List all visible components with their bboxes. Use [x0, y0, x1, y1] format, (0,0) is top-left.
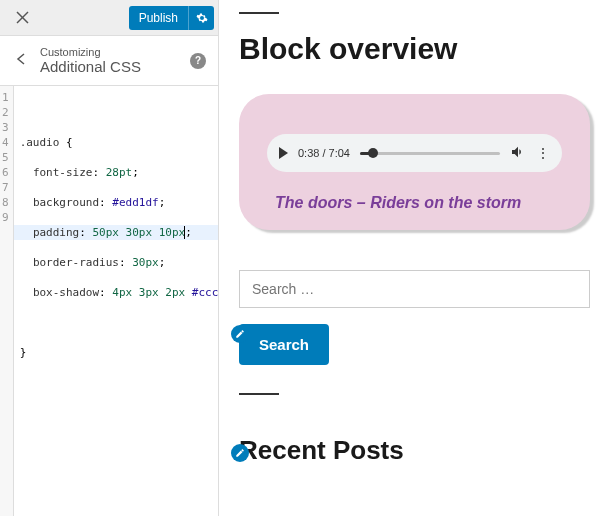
search-button[interactable]: Search	[239, 324, 329, 365]
edit-shortcut-icon[interactable]	[231, 325, 249, 343]
volume-icon[interactable]	[510, 144, 526, 163]
more-icon[interactable]: ⋮	[536, 145, 550, 161]
divider	[239, 12, 279, 14]
search-input[interactable]	[239, 270, 590, 308]
panel-subtitle: Customizing	[40, 46, 180, 58]
help-icon[interactable]: ?	[190, 53, 206, 69]
audio-player[interactable]: 0:38 / 7:04 ⋮	[267, 134, 562, 172]
play-icon[interactable]	[279, 147, 288, 159]
page-title: Block overview	[239, 32, 590, 66]
css-code-editor[interactable]: 1 2 3 4 5 6 7 8 9 .audio { font-size: 28…	[0, 86, 218, 516]
edit-shortcut-icon[interactable]	[231, 444, 249, 462]
back-button[interactable]	[12, 48, 30, 74]
customizer-topbar: Publish	[0, 0, 218, 36]
line-gutter: 1 2 3 4 5 6 7 8 9	[0, 86, 14, 516]
customizer-sidebar: Publish Customizing Additional CSS ? 1 2…	[0, 0, 219, 516]
close-button[interactable]	[4, 0, 40, 36]
panel-header: Customizing Additional CSS ?	[0, 36, 218, 86]
recent-posts-heading: Recent Posts	[239, 435, 590, 466]
audio-time: 0:38 / 7:04	[298, 147, 350, 159]
gear-icon[interactable]	[188, 6, 214, 30]
publish-button[interactable]: Publish	[129, 6, 188, 30]
divider	[239, 393, 279, 395]
live-preview: Block overview 0:38 / 7:04 ⋮ The doors –…	[219, 0, 610, 516]
audio-block: 0:38 / 7:04 ⋮ The doors – Riders on the …	[239, 94, 590, 230]
audio-caption: The doors – Riders on the storm	[267, 194, 562, 212]
code-content[interactable]: .audio { font-size: 28pt; background: #e…	[14, 86, 218, 516]
panel-title: Additional CSS	[40, 58, 180, 75]
audio-progress[interactable]	[360, 152, 500, 155]
